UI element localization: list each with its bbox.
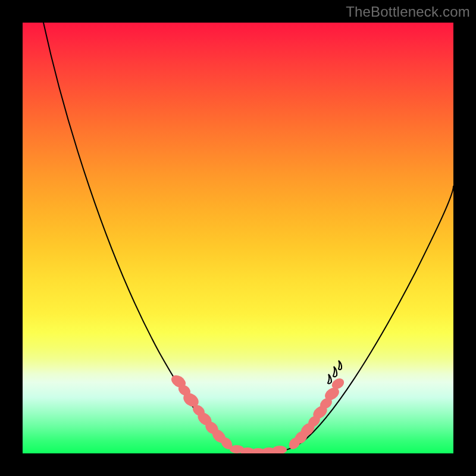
right-bead-cluster (287, 361, 346, 452)
bottleneck-curve (43, 23, 453, 453)
chart-svg (23, 23, 453, 453)
left-bead-cluster (169, 372, 234, 451)
chart-frame: TheBottleneck.com (0, 0, 476, 476)
watermark-text: TheBottleneck.com (346, 4, 470, 20)
bottom-bead-run (230, 445, 287, 453)
svg-point-12 (273, 446, 287, 453)
plot-area (23, 23, 453, 453)
